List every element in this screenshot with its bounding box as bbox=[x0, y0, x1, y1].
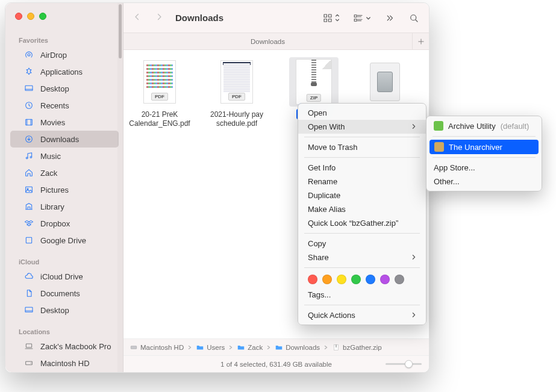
menu-quick-actions[interactable]: Quick Actions bbox=[298, 308, 426, 322]
file-thumbnail bbox=[360, 57, 410, 107]
sidebar-item-recents[interactable]: Recents bbox=[10, 97, 119, 114]
menu-tags[interactable]: Tags... bbox=[298, 288, 426, 302]
tab-bar: Downloads bbox=[123, 33, 429, 50]
path-segment[interactable]: Users bbox=[196, 343, 225, 352]
sidebar-item-applications[interactable]: Applications bbox=[10, 63, 119, 80]
sidebar-item-label: Google Drive bbox=[40, 236, 86, 245]
zoom-window-button[interactable] bbox=[39, 13, 46, 20]
sidebar-scrollbar-thumb[interactable] bbox=[119, 4, 122, 58]
sidebar-item-label: Zack bbox=[40, 169, 57, 178]
sidebar-item-macintosh-hd[interactable]: Macintosh HD bbox=[10, 355, 119, 372]
toolbar-overflow-button[interactable] bbox=[384, 13, 395, 23]
submenu-other[interactable]: Other... bbox=[426, 175, 542, 188]
sidebar-item-airdrop[interactable]: AirDrop bbox=[10, 46, 119, 63]
sidebar-item-label: Desktop bbox=[40, 84, 69, 93]
file-thumbnail: PDF bbox=[135, 57, 184, 107]
unarchiver-icon bbox=[434, 142, 444, 152]
forward-button[interactable] bbox=[154, 11, 164, 25]
view-icons-button[interactable] bbox=[322, 13, 340, 23]
sidebar-item-desktop-2[interactable]: Desktop bbox=[10, 302, 119, 319]
slider-knob[interactable] bbox=[405, 360, 413, 368]
menu-duplicate[interactable]: Duplicate bbox=[298, 188, 426, 202]
svg-rect-16 bbox=[324, 19, 327, 22]
menu-label: Make Alias bbox=[308, 205, 346, 214]
minimize-window-button[interactable] bbox=[27, 13, 34, 20]
submenu-archive-utility[interactable]: Archive Utility (default) bbox=[426, 119, 542, 133]
desktop-icon bbox=[23, 83, 34, 94]
sidebar-item-library[interactable]: Library bbox=[10, 198, 119, 215]
menu-copy[interactable]: Copy bbox=[298, 237, 426, 250]
sidebar-scroll[interactable]: Favorites AirDrop Applications Desktop R… bbox=[5, 32, 123, 372]
home-icon bbox=[23, 167, 34, 178]
sidebar-item-downloads[interactable]: Downloads bbox=[10, 131, 119, 148]
sidebar-item-dropbox[interactable]: Dropbox bbox=[10, 215, 119, 232]
tag-green[interactable] bbox=[351, 275, 361, 284]
close-window-button[interactable] bbox=[15, 13, 22, 20]
menu-separator bbox=[433, 136, 536, 137]
tag-gray[interactable] bbox=[395, 275, 404, 284]
sidebar-item-music[interactable]: Music bbox=[10, 148, 119, 164]
folder-icon bbox=[237, 343, 245, 352]
tag-orange[interactable] bbox=[322, 275, 332, 284]
svg-rect-15 bbox=[329, 14, 332, 17]
submenu-app-store[interactable]: App Store... bbox=[426, 161, 542, 175]
file-thumbnail: PDF bbox=[212, 57, 261, 107]
sidebar-item-pictures[interactable]: Pictures bbox=[10, 181, 119, 198]
doc-icon bbox=[23, 288, 34, 299]
menu-open-with[interactable]: Open With bbox=[298, 120, 426, 134]
path-segment[interactable]: Downloads bbox=[275, 343, 320, 352]
sidebar-item-macbook[interactable]: Zack's Macbook Pro bbox=[10, 338, 119, 355]
sidebar-item-desktop[interactable]: Desktop bbox=[10, 80, 119, 97]
menu-separator bbox=[433, 157, 536, 158]
sidebar-item-home-zack[interactable]: Zack bbox=[10, 164, 119, 181]
library-icon bbox=[23, 201, 34, 212]
menu-label: Copy bbox=[308, 239, 326, 248]
tab-label: Downloads bbox=[251, 38, 285, 45]
sidebar-item-icloud-drive[interactable]: iCloud Drive bbox=[10, 268, 119, 285]
menu-label: Tags... bbox=[308, 290, 331, 299]
file-item[interactable]: PDF 2021-Hourly pay schedule.pdf bbox=[207, 57, 267, 128]
menu-share[interactable]: Share bbox=[298, 250, 426, 264]
sidebar: Favorites AirDrop Applications Desktop R… bbox=[5, 3, 123, 372]
menu-get-info[interactable]: Get Info bbox=[298, 161, 426, 175]
svg-point-5 bbox=[26, 157, 28, 159]
sidebar-item-movies[interactable]: Movies bbox=[10, 114, 119, 131]
menu-separator bbox=[304, 267, 420, 268]
svg-rect-11 bbox=[26, 344, 31, 347]
sidebar-item-label: Macintosh HD bbox=[40, 359, 90, 368]
file-item[interactable]: PDF 20-21 PreK Calendar_ENG.pdf bbox=[130, 57, 190, 128]
menu-separator bbox=[304, 137, 420, 137]
menu-quick-look[interactable]: Quick Look “bzGather.zip” bbox=[298, 216, 426, 230]
navigation-controls bbox=[132, 11, 164, 25]
download-icon bbox=[23, 134, 34, 145]
sidebar-item-label: Library bbox=[40, 202, 64, 211]
menu-make-alias[interactable]: Make Alias bbox=[298, 202, 426, 216]
tag-yellow[interactable] bbox=[337, 275, 346, 284]
menu-separator bbox=[304, 305, 420, 305]
laptop-icon bbox=[23, 341, 34, 352]
menu-open[interactable]: Open bbox=[298, 106, 426, 120]
folder-icon bbox=[275, 343, 283, 352]
search-button[interactable] bbox=[408, 13, 419, 23]
sidebar-scrollbar[interactable] bbox=[117, 3, 123, 372]
airdrop-icon bbox=[23, 49, 34, 60]
back-button[interactable] bbox=[132, 11, 143, 25]
tag-purple[interactable] bbox=[380, 275, 390, 284]
tag-blue[interactable] bbox=[366, 275, 375, 284]
new-tab-button[interactable] bbox=[412, 33, 429, 50]
window-controls bbox=[15, 13, 46, 20]
sidebar-item-googledrive[interactable]: Google Drive bbox=[10, 232, 119, 249]
sidebar-item-documents[interactable]: Documents bbox=[10, 285, 119, 302]
group-by-button[interactable] bbox=[353, 13, 371, 23]
sidebar-item-label: Documents bbox=[40, 289, 80, 298]
submenu-the-unarchiver[interactable]: The Unarchiver bbox=[429, 140, 539, 154]
menu-move-to-trash[interactable]: Move to Trash bbox=[298, 140, 426, 154]
path-segment[interactable]: bzGather.zip bbox=[332, 343, 382, 352]
tab-downloads[interactable]: Downloads bbox=[123, 38, 412, 45]
file-name-label: 20-21 PreK Calendar_ENG.pdf bbox=[129, 110, 190, 128]
path-segment[interactable]: Zack bbox=[237, 343, 263, 352]
menu-rename[interactable]: Rename bbox=[298, 175, 426, 188]
tag-red[interactable] bbox=[308, 275, 317, 284]
path-segment[interactable]: Macintosh HD bbox=[130, 343, 184, 352]
icon-size-slider[interactable] bbox=[386, 363, 422, 365]
